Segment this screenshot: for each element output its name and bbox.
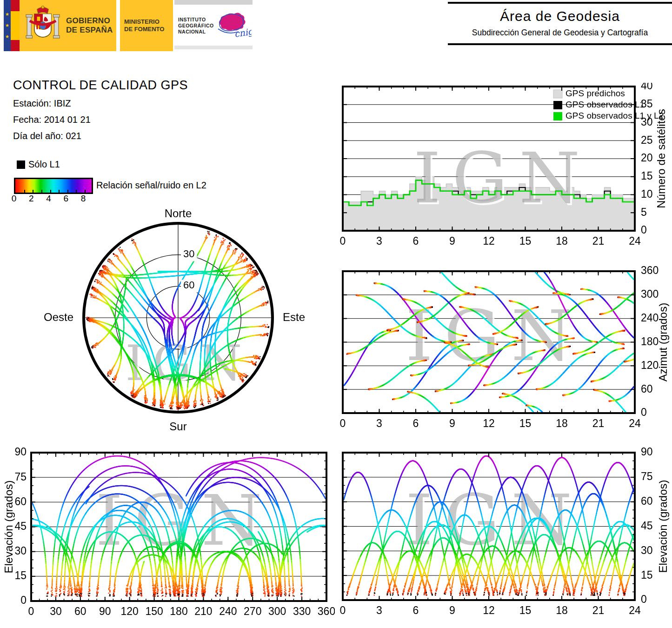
ign-box-top-bar xyxy=(174,0,253,5)
ign-logo-box: INSTITUTO GEOGRÁFICO NACIONAL cnig xyxy=(174,0,253,51)
cnig-logo: cnig xyxy=(212,10,252,41)
header-rule-bottom xyxy=(448,43,672,45)
colorbar-tick xyxy=(41,190,42,193)
solo-l1-legend: Sólo L1 xyxy=(17,159,60,170)
doy-line: Día del año: 021 xyxy=(13,131,188,141)
ministerio-logo-box: MINISTERIO DE FOMENTO xyxy=(120,0,173,51)
date-line: Fecha: 2014 01 21 xyxy=(13,114,188,125)
colorbar-tick-label: 6 xyxy=(64,194,69,204)
eu-star-icon: ★ xyxy=(5,12,9,17)
ministerio-label: MINISTERIO DE FOMENTO xyxy=(124,18,164,33)
azimuth-time-chart xyxy=(326,256,672,442)
report-info: CONTROL DE CALIDAD GPS Estación: IBIZ Fe… xyxy=(13,78,188,141)
gps-quality-report-page: ★ ★ ★ xyxy=(0,0,672,628)
solo-l1-label: Sólo L1 xyxy=(28,159,60,170)
colorbar-tick xyxy=(67,190,68,193)
header-rule-top xyxy=(448,2,672,4)
colorbar-tick-label: 8 xyxy=(81,194,86,204)
flag-yellow-band xyxy=(11,11,20,40)
black-square-icon xyxy=(17,160,25,169)
snr-colorbar-title: Relación señal/ruido en L2 xyxy=(96,180,206,191)
elevation-time-chart xyxy=(326,442,672,628)
area-title: Área de Geodesia xyxy=(448,8,672,24)
satellite-count-chart xyxy=(326,83,672,256)
spain-flag-strip xyxy=(11,0,20,51)
flag-red-band xyxy=(11,0,20,11)
eu-star-icon: ★ xyxy=(5,23,9,28)
eu-flag-strip: ★ ★ ★ xyxy=(4,0,11,51)
colorbar-tick xyxy=(24,190,25,193)
colorbar-tick xyxy=(50,190,51,193)
instituto-label: INSTITUTO GEOGRÁFICO NACIONAL xyxy=(178,17,214,35)
eu-star-icon: ★ xyxy=(5,34,9,39)
flag-red-band xyxy=(11,40,20,51)
gobierno-label: GOBIERNO DE ESPAÑA xyxy=(66,16,113,35)
area-subtitle: Subdirección General de Geodesia y Carto… xyxy=(448,28,672,38)
snr-colorbar xyxy=(14,178,93,194)
department-header: Área de Geodesia Subdirección General de… xyxy=(448,2,672,45)
snr-colorbar-labels: 02468 xyxy=(14,194,98,204)
colorbar-tick-label: 2 xyxy=(29,194,34,204)
elevation-azimuth-chart xyxy=(0,442,335,628)
colorbar-tick xyxy=(76,190,77,193)
spain-coat-of-arms xyxy=(25,5,60,46)
gobierno-logo-box: GOBIERNO DE ESPAÑA xyxy=(20,0,116,51)
colorbar-tick xyxy=(85,190,86,193)
report-title: CONTROL DE CALIDAD GPS xyxy=(13,78,188,93)
ign-box-bottom-bar xyxy=(174,46,253,49)
government-logo-band: ★ ★ ★ xyxy=(4,0,253,51)
colorbar-tick xyxy=(59,190,60,193)
colorbar-tick xyxy=(33,190,33,193)
station-line: Estación: IBIZ xyxy=(13,98,188,109)
skyplot-chart xyxy=(26,205,333,437)
colorbar-tick-label: 0 xyxy=(12,194,17,204)
colorbar-tick-label: 4 xyxy=(46,194,51,204)
